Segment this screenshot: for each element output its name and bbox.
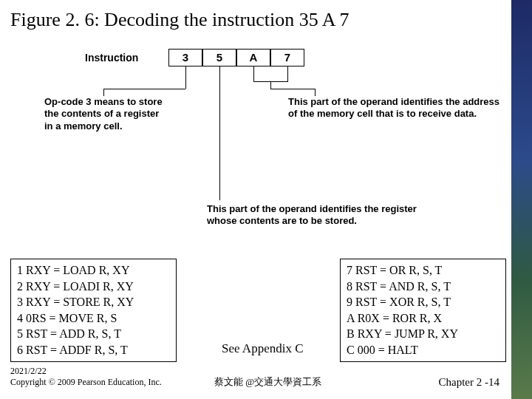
- opcode-row: 7 RST = OR R, S, T: [347, 262, 499, 279]
- opcode-row: 1 RXY = LOAD R, XY: [17, 262, 170, 279]
- connector-line: [219, 66, 220, 200]
- connector-line: [253, 66, 254, 81]
- explain-opcode: Op-code 3 means to store the contents of…: [44, 96, 166, 132]
- connector-line: [287, 66, 288, 81]
- appendix-note: See Appendix C: [222, 341, 304, 356]
- explain-register: This part of the operand identifies the …: [207, 203, 436, 228]
- connector-line: [103, 89, 185, 89]
- decorative-right-bar: [511, 0, 532, 399]
- opcode-row: 3 RXY = STORE R, XY: [17, 294, 170, 310]
- footer-pagenum: Chapter 2 -14: [439, 376, 499, 389]
- opcode-table-right: 7 RST = OR R, S, T 8 RST = AND R, S, T 9…: [340, 259, 506, 362]
- connector-line: [219, 200, 220, 200]
- connector-line: [185, 66, 186, 89]
- connector-line: [270, 89, 315, 89]
- opcode-table-left: 1 RXY = LOAD R, XY 2 RXY = LOADI R, XY 3…: [10, 259, 177, 362]
- nibble-0: 3: [168, 49, 202, 66]
- nibble-2: A: [236, 49, 270, 66]
- footer-date: 2021/2/22: [10, 366, 162, 378]
- opcode-row: 4 0RS = MOVE R, S: [17, 310, 170, 327]
- footer-author: 蔡文能 @交通大學資工系: [214, 375, 321, 389]
- footer-copyright: Copyright © 2009 Pearson Education, Inc.: [10, 377, 162, 389]
- opcode-row: C 000 = HALT: [347, 342, 499, 358]
- connector-line: [103, 89, 104, 96]
- slide-title: Figure 2. 6: Decoding the instruction 35…: [10, 9, 349, 31]
- nibble-1: 5: [202, 49, 236, 66]
- opcode-row: 6 RST = ADDF R, S, T: [17, 342, 170, 358]
- instruction-label: Instruction: [85, 52, 138, 64]
- opcode-row: 8 RST = AND R, S, T: [347, 279, 499, 295]
- explain-address: This part of the operand identifies the …: [288, 96, 502, 120]
- connector-line: [315, 89, 316, 96]
- opcode-row: 2 RXY = LOADI R, XY: [17, 279, 170, 295]
- footer-left: 2021/2/22 Copyright © 2009 Pearson Educa…: [10, 366, 162, 389]
- opcode-row: A R0X = ROR R, X: [347, 310, 499, 327]
- nibble-3: 7: [270, 49, 304, 66]
- opcode-row: B RXY = JUMP R, XY: [347, 326, 499, 342]
- connector-line: [270, 81, 271, 89]
- opcode-row: 5 RST = ADD R, S, T: [17, 326, 170, 342]
- opcode-row: 9 RST = XOR R, S, T: [347, 294, 499, 310]
